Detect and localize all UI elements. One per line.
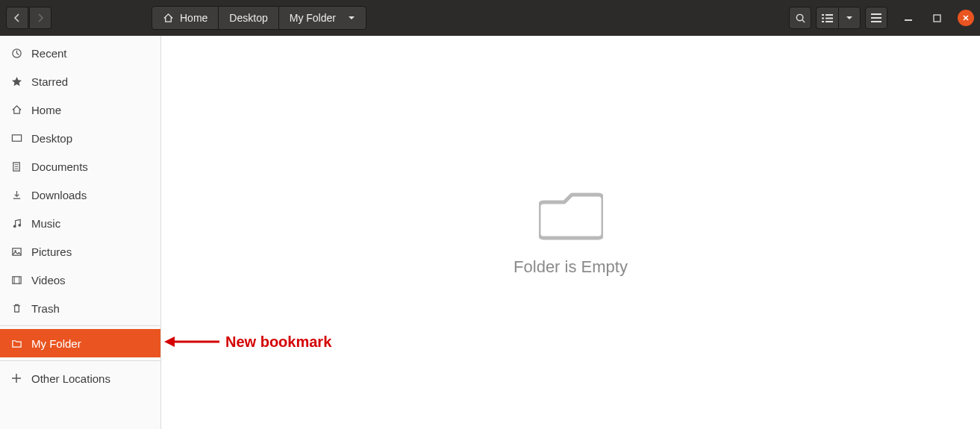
- sidebar-item-label: Other Locations: [31, 372, 110, 385]
- sidebar-item-music[interactable]: Music: [0, 209, 160, 237]
- back-button[interactable]: [6, 7, 28, 29]
- breadcrumb-current-label: My Folder: [290, 12, 336, 24]
- pictures-icon: [10, 246, 22, 257]
- clock-icon: [10, 48, 22, 59]
- svg-rect-12: [934, 15, 940, 22]
- search-button[interactable]: [789, 7, 811, 29]
- sidebar-item-label: Videos: [31, 274, 66, 286]
- downloads-icon: [10, 190, 22, 201]
- svg-line-1: [802, 19, 804, 22]
- toolbar-right: [789, 7, 974, 29]
- maximize-button[interactable]: [929, 10, 944, 25]
- svg-rect-16: [12, 134, 21, 140]
- sidebar-item-label: Starred: [31, 75, 68, 88]
- sidebar-item-label: Home: [31, 104, 61, 116]
- breadcrumb: Home Desktop My Folder: [152, 6, 366, 30]
- star-icon: [10, 76, 22, 87]
- empty-folder-icon: [539, 189, 603, 242]
- sidebar-item-label: Music: [31, 217, 60, 230]
- home-icon: [163, 13, 174, 24]
- svg-rect-23: [12, 248, 20, 254]
- svg-rect-7: [825, 21, 833, 22]
- window-controls: [901, 10, 974, 26]
- breadcrumb-current[interactable]: My Folder: [279, 7, 366, 29]
- plus-icon: [10, 373, 22, 383]
- svg-point-22: [18, 223, 21, 226]
- hamburger-menu-button[interactable]: [865, 7, 887, 29]
- documents-icon: [10, 161, 22, 172]
- home-icon: [10, 104, 22, 116]
- titlebar: Home Desktop My Folder: [0, 0, 980, 36]
- sidebar-item-desktop[interactable]: Desktop: [0, 124, 160, 152]
- svg-rect-3: [825, 14, 833, 16]
- sidebar-item-starred[interactable]: Starred: [0, 67, 160, 95]
- sidebar-item-documents[interactable]: Documents: [0, 152, 160, 181]
- sidebar-item-label: Trash: [31, 302, 60, 315]
- chevron-down-icon: [348, 14, 355, 22]
- view-list-button[interactable]: [816, 7, 838, 29]
- close-button[interactable]: [958, 10, 974, 26]
- svg-rect-5: [825, 17, 833, 19]
- svg-rect-10: [871, 21, 881, 22]
- breadcrumb-desktop-label: Desktop: [229, 12, 267, 24]
- sidebar-item-pictures[interactable]: Pictures: [0, 237, 160, 266]
- sidebar-item-videos[interactable]: Videos: [0, 266, 160, 294]
- svg-rect-9: [871, 17, 881, 19]
- main-content: Folder is Empty: [161, 36, 980, 429]
- view-menu-button[interactable]: [838, 7, 861, 29]
- svg-rect-11: [905, 19, 912, 21]
- svg-rect-6: [822, 21, 824, 22]
- svg-rect-8: [871, 13, 881, 15]
- music-icon: [10, 218, 22, 229]
- sidebar-item-label: Documents: [31, 160, 88, 173]
- desktop-icon: [10, 133, 22, 144]
- breadcrumb-home-label: Home: [180, 12, 207, 24]
- sidebar-item-label: Pictures: [31, 245, 72, 258]
- sidebar-bookmark-myfolder[interactable]: My Folder: [0, 329, 160, 357]
- breadcrumb-home[interactable]: Home: [152, 7, 219, 29]
- sidebar-item-label: Downloads: [31, 189, 87, 201]
- sidebar-item-trash[interactable]: Trash: [0, 294, 160, 322]
- svg-rect-2: [822, 14, 824, 16]
- body-area: Recent Starred Home Desktop Documents Do…: [0, 36, 980, 429]
- sidebar-item-recent[interactable]: Recent: [0, 39, 160, 67]
- breadcrumb-desktop[interactable]: Desktop: [219, 7, 278, 29]
- nav-buttons: [6, 7, 52, 29]
- svg-point-21: [13, 225, 16, 228]
- sidebar-separator: [0, 360, 160, 361]
- empty-folder-text: Folder is Empty: [514, 257, 628, 277]
- sidebar-item-label: Desktop: [31, 132, 72, 145]
- svg-rect-4: [822, 17, 824, 19]
- svg-point-0: [796, 14, 802, 20]
- sidebar-item-downloads[interactable]: Downloads: [0, 181, 160, 209]
- trash-icon: [10, 303, 22, 314]
- sidebar: Recent Starred Home Desktop Documents Do…: [0, 36, 161, 429]
- minimize-button[interactable]: [901, 10, 916, 25]
- sidebar-item-home[interactable]: Home: [0, 95, 160, 124]
- svg-rect-25: [12, 276, 20, 283]
- folder-icon: [10, 338, 22, 349]
- forward-button[interactable]: [29, 7, 52, 29]
- sidebar-other-locations[interactable]: Other Locations: [0, 364, 160, 392]
- sidebar-separator: [0, 325, 160, 326]
- sidebar-item-label: My Folder: [31, 337, 81, 350]
- videos-icon: [10, 275, 22, 286]
- sidebar-item-label: Recent: [31, 47, 67, 60]
